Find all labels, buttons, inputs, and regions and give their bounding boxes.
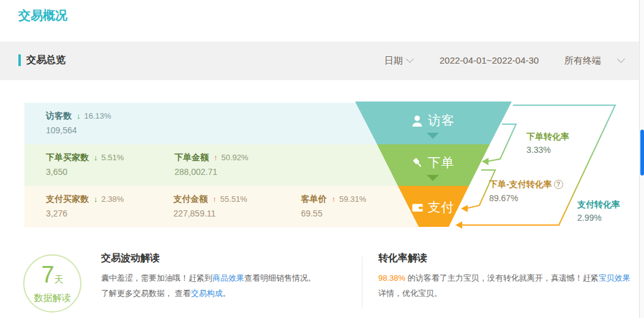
- insight-text: 。: [223, 289, 231, 298]
- metric-order-buyers: 下单买家数↓5.51% 3,650: [46, 151, 174, 186]
- date-filter-label: 日期: [384, 55, 403, 65]
- conversion-value: 2.99%: [577, 213, 620, 222]
- insight-text: 囊中羞涩，需要加油哦！赶紧到: [101, 273, 212, 283]
- insight-line: 了解更多交易数据， 查看交易构成。: [101, 286, 352, 301]
- metric-value: 227,859.11: [173, 209, 301, 218]
- person-icon: [411, 114, 424, 127]
- metric-label: 支付买家数: [46, 194, 89, 204]
- metric-label: 支付金额: [173, 194, 208, 204]
- insight-text: 了解更多交易数据， 查看: [101, 289, 191, 298]
- metric-order-amount: 下单金额↑50.92% 288,002.71: [174, 151, 303, 186]
- terminal-dropdown[interactable]: 所有终端: [564, 55, 601, 67]
- seven-day-badge: 7天 数据解读: [23, 254, 81, 312]
- metric-label: 访客数: [46, 111, 72, 120]
- metric-visitor-count: 访客数↓16.13% 109,564: [46, 109, 174, 144]
- stage-visitor: 访客: [399, 112, 466, 129]
- conversion-label: 下单-支付转化率: [489, 179, 552, 189]
- metric-label: 下单买家数: [46, 152, 89, 162]
- vertical-divider: [362, 257, 362, 308]
- chevron-down-icon: [617, 55, 625, 63]
- metric-pay-buyers: 支付买家数↓2.38% 3,276: [46, 193, 173, 227]
- metric-pct: 2.38%: [102, 194, 124, 204]
- metric-pay-amount: 支付金额↑55.51% 227,859.11: [173, 193, 301, 227]
- date-filter-dropdown[interactable]: 日期: [384, 55, 413, 67]
- insight-line: 囊中羞涩，需要加油哦！赶紧到商品效果查看明细销售情况。: [101, 270, 352, 286]
- trade-fluctuation-insight: 交易波动解读 囊中羞涩，需要加油哦！赶紧到商品效果查看明细销售情况。 了解更多交…: [101, 252, 352, 301]
- trade-composition-link[interactable]: 交易构成: [191, 289, 223, 298]
- insight-text: 详情，优化宝贝。: [378, 289, 442, 298]
- insight-title: 交易波动解读: [101, 252, 352, 265]
- badge-unit: 天: [54, 274, 64, 284]
- metric-value: 109,564: [46, 125, 174, 135]
- stage-label: 访客: [428, 112, 455, 129]
- gavel-icon: [411, 157, 424, 169]
- help-icon[interactable]: ?: [554, 180, 563, 189]
- scrollbar-thumb[interactable]: [640, 130, 644, 176]
- section-title: 交易总览: [26, 54, 66, 67]
- vertical-scrollbar: [639, 0, 644, 318]
- conversion-value: 3.33%: [526, 146, 569, 154]
- metric-value: 3,650: [46, 167, 174, 177]
- stage-pay: 支付: [399, 199, 466, 216]
- stage-label: 支付: [428, 199, 455, 216]
- metric-value: 288,002.71: [174, 167, 303, 177]
- trend-up-icon: ↑: [214, 153, 218, 162]
- terminal-chevron[interactable]: [614, 55, 624, 66]
- conversion-label: 支付转化率: [577, 200, 620, 209]
- pay-conversion-rate: 支付转化率 2.99%: [577, 200, 620, 222]
- trend-down-icon: ↓: [94, 194, 98, 204]
- badge-caption: 数据解读: [34, 292, 71, 304]
- metric-label: 下单金额: [174, 152, 209, 162]
- metric-pct: 55.51%: [220, 194, 247, 204]
- arrow-left-icon: [455, 221, 462, 229]
- order-conversion-rate: 下单转化率 3.33%: [526, 132, 569, 154]
- chevron-down-icon: [406, 55, 414, 63]
- trend-down-icon: ↓: [94, 153, 98, 162]
- trend-up-icon: ↑: [212, 194, 217, 204]
- conversion-value: 89.67%: [489, 194, 563, 202]
- date-range-value[interactable]: 2022-04-01~2022-04-30: [440, 55, 539, 65]
- arrow-left-icon: [482, 158, 489, 165]
- product-effect-link[interactable]: 商品效果: [212, 273, 244, 283]
- conversion-insight: 转化率解读 98.38% 的访客看了主力宝贝，没有转化就离开，真遗憾！赶紧宝贝效…: [378, 252, 635, 301]
- order-pay-conversion-rate: 下单-支付转化率? 89.67%: [489, 180, 563, 202]
- insight-title: 转化率解读: [378, 252, 635, 265]
- item-effect-link[interactable]: 宝贝效果: [599, 273, 631, 283]
- page-title: 交易概况: [18, 7, 67, 24]
- trend-up-icon: ↑: [332, 194, 336, 204]
- insight-text: 查看明细销售情况。: [244, 273, 316, 283]
- metric-pct: 5.51%: [102, 153, 124, 162]
- conversion-label: 下单转化率: [526, 132, 569, 141]
- metric-value: 3,276: [46, 209, 173, 218]
- stage-order: 下单: [399, 154, 466, 171]
- wallet-icon: [411, 201, 424, 213]
- highlight-percentage: 98.38%: [378, 273, 405, 283]
- metric-label: 客单价: [301, 194, 327, 204]
- metric-pct: 50.92%: [222, 153, 249, 162]
- trend-down-icon: ↓: [77, 111, 81, 120]
- section-accent-bar: [18, 54, 21, 66]
- badge-number: 7: [41, 262, 54, 287]
- section-toolbar: 交易总览 日期 2022-04-01~2022-04-30 所有终端: [0, 42, 644, 80]
- stage-label: 下单: [428, 154, 455, 171]
- insight-text: 的访客看了主力宝贝，没有转化就离开，真遗憾！赶紧: [405, 273, 599, 283]
- metric-pct: 16.13%: [84, 111, 111, 120]
